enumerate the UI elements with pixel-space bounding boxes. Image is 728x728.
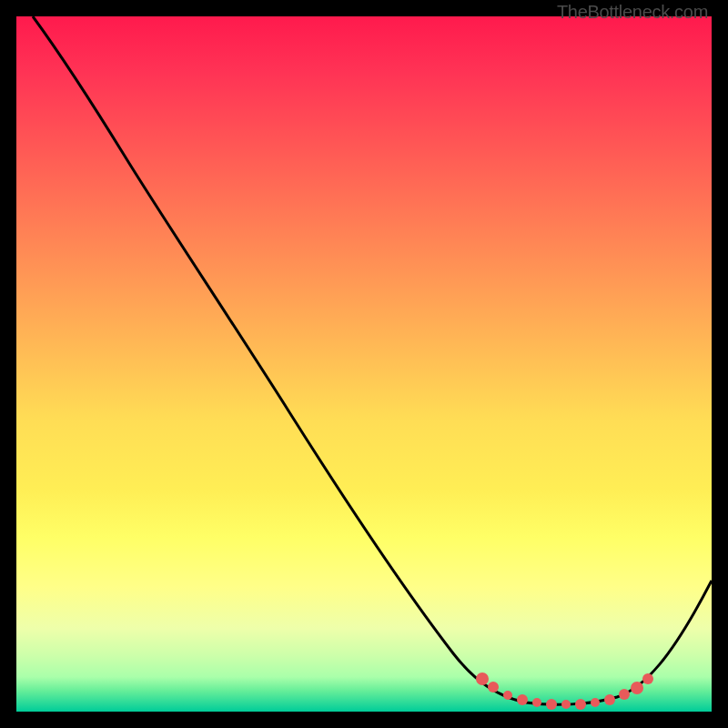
marker-dot [631,682,643,694]
marker-dot [532,698,541,707]
chart-svg [16,16,712,712]
watermark-text: TheBottleneck.com [557,2,708,23]
marker-dot [503,691,512,700]
marker-dot [488,682,499,693]
highlight-markers-group [476,672,653,710]
marker-dot [546,699,557,710]
marker-dot [517,694,528,705]
marker-dot [642,673,653,684]
marker-dot [561,700,571,709]
marker-dot [591,698,600,707]
marker-dot [604,694,615,705]
marker-dot [476,672,489,685]
chart-container: TheBottleneck.com [0,0,728,728]
bottleneck-curve-path [33,16,712,704]
plot-area [16,16,712,712]
marker-dot [575,699,586,710]
marker-dot [619,689,630,700]
